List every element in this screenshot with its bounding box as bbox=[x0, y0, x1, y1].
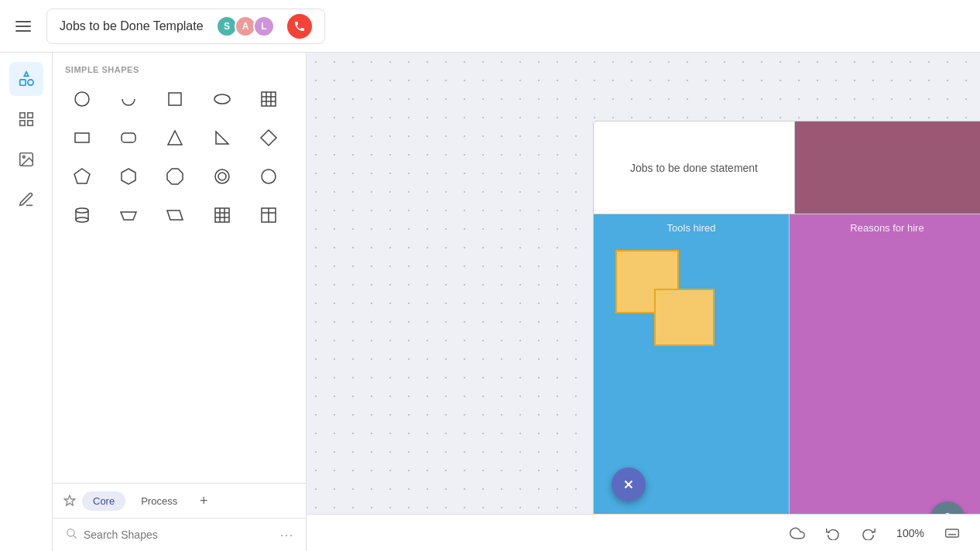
header: Jobs to be Done Template S A L bbox=[0, 0, 980, 53]
search-bar: ⋯ bbox=[53, 518, 306, 551]
magnifier-icon bbox=[65, 527, 77, 539]
cloud-save-icon bbox=[790, 525, 805, 541]
svg-marker-23 bbox=[261, 130, 276, 145]
title-bar: Jobs to be Done Template S A L bbox=[46, 9, 325, 44]
shape-pentagon[interactable] bbox=[65, 159, 99, 193]
frame-icon bbox=[18, 111, 35, 128]
redo-button[interactable] bbox=[856, 521, 881, 546]
shape-diamond[interactable] bbox=[252, 121, 286, 155]
sidebar-image-tool[interactable] bbox=[9, 142, 43, 176]
col-reasons-label: Reasons for hire bbox=[790, 214, 980, 238]
svg-rect-3 bbox=[19, 80, 25, 85]
shapes-panel: SIMPLE SHAPES bbox=[53, 53, 307, 551]
shape-table2[interactable] bbox=[252, 198, 286, 232]
shape-circle2[interactable] bbox=[205, 159, 239, 193]
cloud-icon[interactable] bbox=[785, 521, 810, 546]
shape-square[interactable] bbox=[158, 82, 192, 116]
search-icon bbox=[65, 527, 77, 542]
tab-core[interactable]: Core bbox=[82, 491, 125, 511]
zoom-level: 100% bbox=[892, 527, 929, 539]
menu-button[interactable] bbox=[9, 12, 37, 40]
close-icon bbox=[622, 477, 636, 491]
shape-right-triangle[interactable] bbox=[205, 121, 239, 155]
svg-marker-25 bbox=[122, 169, 135, 184]
shapes-content: SIMPLE SHAPES bbox=[53, 53, 306, 483]
hamburger-icon bbox=[15, 19, 31, 34]
image-icon bbox=[18, 151, 35, 168]
svg-point-33 bbox=[76, 217, 88, 222]
svg-rect-36 bbox=[215, 208, 229, 222]
svg-point-11 bbox=[75, 92, 89, 106]
svg-point-13 bbox=[214, 94, 230, 104]
svg-rect-20 bbox=[122, 133, 135, 142]
shape-cylinder[interactable] bbox=[65, 198, 99, 232]
col-reasons-for-hire: Reasons for hire bbox=[790, 214, 980, 524]
shape-ellipse[interactable] bbox=[205, 82, 239, 116]
more-options-icon[interactable]: ⋯ bbox=[279, 526, 293, 543]
draw-icon bbox=[18, 191, 35, 208]
shape-rect[interactable] bbox=[65, 121, 99, 155]
svg-marker-22 bbox=[216, 132, 228, 144]
svg-point-4 bbox=[27, 80, 33, 85]
sticky-note-2[interactable] bbox=[654, 289, 714, 346]
board-bottom-row: Tools hired Reasons for hire Barriers fo… bbox=[594, 214, 980, 524]
sidebar-shapes-tool[interactable] bbox=[9, 62, 43, 96]
svg-point-45 bbox=[67, 529, 74, 536]
svg-rect-0 bbox=[15, 21, 31, 22]
tab-process[interactable]: Process bbox=[130, 491, 188, 511]
call-button[interactable] bbox=[287, 14, 312, 39]
svg-rect-7 bbox=[19, 121, 24, 125]
shape-circle[interactable] bbox=[65, 82, 99, 116]
svg-point-27 bbox=[215, 169, 229, 183]
board-top-row: Jobs to be done statement bbox=[594, 121, 980, 214]
shape-rounded-rect[interactable] bbox=[111, 121, 146, 155]
svg-rect-8 bbox=[27, 121, 32, 125]
svg-point-29 bbox=[262, 169, 276, 183]
svg-point-10 bbox=[22, 156, 25, 158]
redo-icon bbox=[862, 526, 875, 540]
main-layout: SIMPLE SHAPES bbox=[0, 53, 980, 551]
svg-rect-14 bbox=[262, 92, 276, 106]
svg-line-46 bbox=[74, 536, 77, 539]
shape-arc[interactable] bbox=[111, 82, 146, 116]
phone-icon bbox=[293, 20, 306, 33]
shape-octagon[interactable] bbox=[158, 159, 192, 193]
document-title: Jobs to be Done Template bbox=[60, 19, 207, 33]
undo-button[interactable] bbox=[821, 521, 845, 546]
svg-rect-12 bbox=[169, 93, 181, 105]
shape-trapezoid[interactable] bbox=[111, 198, 146, 232]
svg-marker-34 bbox=[121, 212, 136, 220]
shape-triangle[interactable] bbox=[158, 121, 192, 155]
svg-rect-5 bbox=[19, 113, 24, 118]
category-tabs: Core Process + bbox=[53, 483, 306, 518]
search-input[interactable] bbox=[84, 529, 273, 541]
bottom-toolbar: 100% bbox=[307, 514, 980, 551]
shape-parallelogram[interactable] bbox=[158, 198, 192, 232]
keyboard-icon[interactable] bbox=[940, 521, 965, 546]
col-tools-hired-label: Tools hired bbox=[594, 214, 789, 238]
shape-table[interactable] bbox=[252, 82, 286, 116]
svg-rect-1 bbox=[15, 26, 31, 27]
tab-star-icon[interactable] bbox=[62, 493, 77, 508]
undo-icon bbox=[826, 526, 840, 540]
sidebar-frame-tool[interactable] bbox=[9, 102, 43, 136]
shapes-grid bbox=[65, 82, 293, 232]
shapes-icon bbox=[18, 70, 35, 87]
shape-ring[interactable] bbox=[252, 159, 286, 193]
sidebar-draw-tool[interactable] bbox=[9, 183, 43, 217]
keyboard-shortcuts-icon bbox=[944, 525, 960, 541]
left-sidebar bbox=[0, 53, 53, 551]
fab-close-button[interactable] bbox=[612, 467, 646, 501]
shape-hexagon[interactable] bbox=[111, 159, 146, 193]
svg-marker-26 bbox=[167, 169, 183, 184]
svg-marker-21 bbox=[168, 131, 182, 145]
statement-cell: Jobs to be done statement bbox=[594, 121, 795, 214]
svg-marker-44 bbox=[64, 495, 74, 505]
header-color-block bbox=[795, 121, 980, 214]
svg-rect-2 bbox=[15, 30, 31, 32]
tab-add-button[interactable]: + bbox=[193, 490, 214, 512]
canvas-area[interactable]: Jobs to be done statement Tools hired Re… bbox=[307, 53, 980, 551]
shape-grid[interactable] bbox=[205, 198, 239, 232]
svg-marker-24 bbox=[74, 169, 90, 183]
statement-label: Jobs to be done statement bbox=[630, 162, 758, 174]
